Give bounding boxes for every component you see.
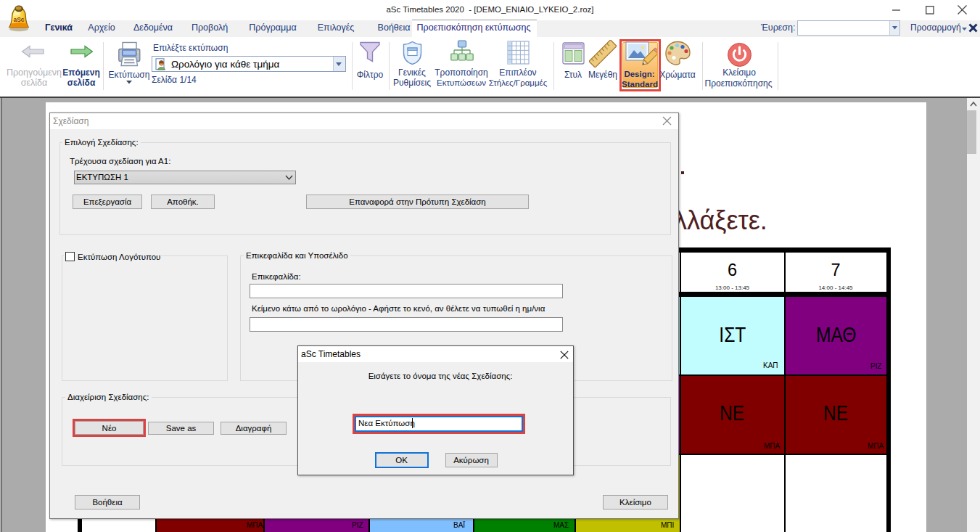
svg-text:aSc: aSc — [13, 16, 24, 23]
